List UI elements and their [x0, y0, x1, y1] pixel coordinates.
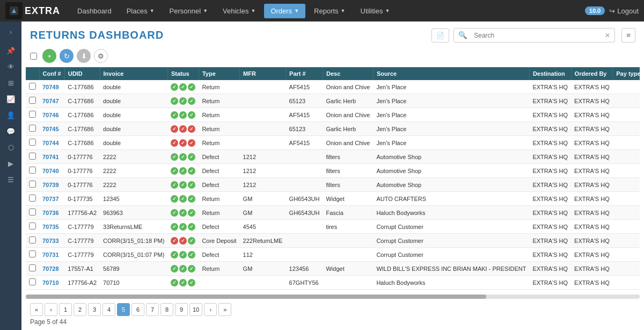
export-button[interactable]: ⬇ [77, 49, 91, 63]
col-invoice[interactable]: Invoice [100, 67, 167, 80]
nav-vehicles[interactable]: Vehicles▼ [216, 4, 262, 18]
row-conf: 70747 [39, 94, 64, 108]
row-checkbox[interactable] [29, 153, 36, 160]
row-invoice: 2222 [100, 164, 167, 178]
row-ordered-by: EXTRA'S HQ [571, 136, 613, 150]
row-invoice: CORR(3/15_01:07 PM) [100, 248, 167, 262]
row-part: GH6543UH [286, 206, 323, 220]
page-8-button[interactable]: 8 [160, 303, 173, 316]
refresh-button[interactable]: ↻ [60, 49, 74, 63]
add-button[interactable]: + [42, 49, 56, 63]
page-9-button[interactable]: 9 [175, 303, 188, 316]
row-checkbox[interactable] [29, 125, 36, 132]
col-mfr[interactable]: MFR [240, 67, 286, 80]
settings-button[interactable]: ⚙ [94, 49, 108, 63]
status-indicator: ✓ [179, 279, 187, 286]
row-checkbox[interactable] [29, 139, 36, 146]
document-icon-button[interactable]: 📄 [431, 28, 449, 42]
search-clear-button[interactable]: ✕ [601, 29, 614, 42]
search-input[interactable] [472, 29, 601, 42]
sidebar-icon-eye[interactable]: 👁 [3, 59, 19, 74]
row-checkbox[interactable] [29, 111, 36, 118]
sidebar-icon-chat[interactable]: 💬 [3, 124, 19, 139]
sidebar-toggle[interactable]: › [3, 26, 19, 39]
col-type[interactable]: Type [199, 67, 239, 80]
col-ordered-by[interactable]: Ordered By [571, 67, 613, 80]
page-5-button[interactable]: 5 [117, 303, 130, 316]
col-source[interactable]: Source [373, 67, 529, 80]
row-destination: EXTRA'S HQ [529, 178, 571, 192]
row-desc: Fascia [323, 206, 373, 220]
col-part[interactable]: Part # [286, 67, 323, 80]
row-part: 123456 [286, 262, 323, 276]
nav-utilities[interactable]: Utilities▼ [354, 4, 397, 18]
page-10-button[interactable]: 10 [189, 303, 202, 316]
page-first-button[interactable]: « [30, 303, 43, 316]
nav-places[interactable]: Places▼ [120, 4, 161, 18]
page-2-button[interactable]: 2 [74, 303, 86, 316]
status-indicator: ✓ [179, 83, 187, 91]
col-destination[interactable]: Destination [529, 67, 571, 80]
row-checkbox-cell [26, 248, 39, 262]
sidebar-icon-grid[interactable]: ⊞ [3, 75, 19, 90]
row-checkbox[interactable] [29, 83, 36, 90]
page-last-button[interactable]: » [218, 303, 231, 316]
row-checkbox[interactable] [29, 223, 36, 229]
row-checkbox[interactable] [29, 278, 36, 285]
row-destination: EXTRA'S HQ [529, 262, 571, 276]
vehicles-caret: ▼ [251, 8, 255, 13]
row-source: Automotive Shop [373, 150, 529, 164]
row-ordered-by: EXTRA'S HQ [571, 164, 613, 178]
logout-button[interactable]: ↪ Logout [609, 7, 639, 15]
nav-orders[interactable]: Orders▼ [264, 4, 305, 18]
sidebar-icon-chart[interactable]: 📈 [3, 91, 19, 106]
page-next-button[interactable]: › [204, 303, 217, 316]
row-status: ✓✓✓ [167, 262, 199, 276]
page-3-button[interactable]: 3 [88, 303, 101, 316]
row-checkbox[interactable] [29, 236, 36, 243]
nav-personnel[interactable]: Personnel▼ [163, 4, 214, 18]
row-pay-type [613, 150, 640, 164]
row-invoice: double [100, 80, 167, 94]
sidebar-icon-layers[interactable]: ⬡ [3, 140, 19, 155]
nav-reports[interactable]: Reports▼ [308, 4, 352, 18]
row-checkbox[interactable] [29, 167, 36, 174]
search-container: 🔍 ✕ [453, 28, 615, 42]
page-4-button[interactable]: 4 [103, 303, 115, 316]
status-indicator: ✓ [188, 251, 195, 259]
search-filter-button[interactable]: ≡ [621, 28, 635, 42]
page-6-button[interactable]: 6 [131, 303, 144, 316]
row-checkbox[interactable] [29, 209, 36, 216]
row-checkbox[interactable] [29, 195, 36, 202]
row-checkbox[interactable] [29, 97, 36, 104]
page-7-button[interactable]: 7 [146, 303, 159, 316]
row-checkbox[interactable] [29, 264, 36, 271]
col-conf[interactable]: Conf # [39, 67, 64, 80]
sidebar-icon-video[interactable]: ▶ [3, 156, 19, 171]
select-all-checkbox[interactable] [30, 53, 37, 60]
col-desc[interactable]: Desc [323, 67, 373, 80]
page-1-button[interactable]: 1 [59, 303, 72, 316]
row-checkbox-cell [26, 150, 39, 164]
row-udid: 17557-A1 [64, 262, 100, 276]
sidebar-icon-person[interactable]: 👤 [3, 107, 19, 123]
row-conf: 70739 [39, 178, 64, 192]
row-desc: filters [323, 150, 373, 164]
sidebar-icon-pin[interactable]: 📌 [3, 43, 19, 58]
status-indicator: ✓ [171, 279, 178, 286]
col-status[interactable]: Status [167, 67, 199, 80]
row-destination: EXTRA'S HQ [529, 80, 571, 94]
page-prev-button[interactable]: ‹ [45, 303, 57, 316]
row-status: ✓✓✓ [167, 192, 199, 206]
nav-dashboard[interactable]: Dashboard [71, 4, 118, 18]
row-destination: EXTRA'S HQ [529, 220, 571, 234]
scroll-indicator[interactable] [26, 295, 640, 299]
search-submit-button[interactable]: 🔍 [454, 28, 472, 42]
row-checkbox[interactable] [29, 181, 36, 188]
table-row: 70741 0-177776 2222 ✓✓✓ Defect 1212 filt… [26, 150, 640, 164]
row-checkbox[interactable] [29, 250, 36, 257]
col-pay-type[interactable]: Pay type [613, 67, 640, 80]
sidebar-icon-list[interactable]: ☰ [3, 172, 19, 187]
row-conf: 70731 [39, 248, 64, 262]
col-udid[interactable]: UDID [64, 67, 100, 80]
